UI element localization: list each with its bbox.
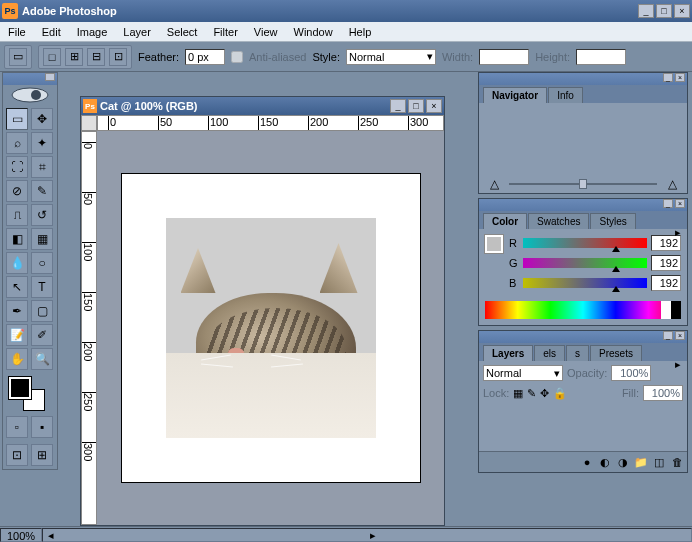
tab-presets[interactable]: Presets <box>590 345 642 361</box>
pen-tool[interactable]: ✒ <box>6 300 28 322</box>
foreground-color[interactable] <box>9 377 31 399</box>
tab-swatches[interactable]: Swatches <box>528 213 589 229</box>
r-slider[interactable] <box>523 238 647 248</box>
dodge-tool[interactable]: ○ <box>31 252 53 274</box>
menu-image[interactable]: Image <box>69 24 116 40</box>
zoom-out-icon[interactable]: △ <box>487 177 501 191</box>
layer-folder-icon[interactable]: 📁 <box>633 454 649 470</box>
blur-tool[interactable]: 💧 <box>6 252 28 274</box>
doc-minimize-button[interactable]: _ <box>390 99 406 113</box>
layer-trash-icon[interactable]: 🗑 <box>669 454 685 470</box>
color-swatches[interactable] <box>3 373 57 413</box>
g-slider[interactable] <box>523 258 647 268</box>
opacity-input[interactable]: 100% <box>611 365 651 381</box>
notes-tool[interactable]: 📝 <box>6 324 28 346</box>
b-input[interactable] <box>651 275 681 291</box>
screenmode-standard[interactable]: ⊡ <box>6 444 28 466</box>
doc-maximize-button[interactable]: □ <box>408 99 424 113</box>
layers-minimize-icon[interactable]: _ <box>663 331 673 340</box>
zoom-tool[interactable]: 🔍 <box>31 348 53 370</box>
layer-adjust-icon[interactable]: ◑ <box>615 454 631 470</box>
selection-add-icon[interactable]: ⊞ <box>65 48 83 66</box>
color-spectrum[interactable] <box>485 301 681 319</box>
tab-navigator[interactable]: Navigator <box>483 87 547 103</box>
zoom-display[interactable]: 100% <box>0 528 42 542</box>
lasso-tool[interactable]: ⌕ <box>6 132 28 154</box>
antialiased-checkbox[interactable] <box>231 51 243 63</box>
ruler-corner[interactable] <box>81 115 97 131</box>
scroll-right-icon[interactable]: ▸ <box>367 529 379 541</box>
healing-tool[interactable]: ⊘ <box>6 180 28 202</box>
hand-tool[interactable]: ✋ <box>6 348 28 370</box>
ruler-vertical[interactable]: 0 50 100 150 200 250 300 <box>81 131 97 525</box>
type-tool[interactable]: T <box>31 276 53 298</box>
color-minimize-icon[interactable]: _ <box>663 199 673 208</box>
marquee-tool[interactable]: ▭ <box>6 108 28 130</box>
color-menu-icon[interactable]: ▸ <box>671 225 685 239</box>
selection-subtract-icon[interactable]: ⊟ <box>87 48 105 66</box>
tab-info[interactable]: Info <box>548 87 583 103</box>
layer-style-icon[interactable]: ● <box>579 454 595 470</box>
blend-mode-select[interactable]: Normal▾ <box>483 365 563 381</box>
lock-move-icon[interactable]: ✥ <box>540 387 549 400</box>
menu-help[interactable]: Help <box>341 24 380 40</box>
tab-styles[interactable]: Styles <box>590 213 635 229</box>
lock-all-icon[interactable]: 🔒 <box>553 387 567 400</box>
g-input[interactable] <box>651 255 681 271</box>
tab-layers[interactable]: Layers <box>483 345 533 361</box>
selection-intersect-icon[interactable]: ⊡ <box>109 48 127 66</box>
menu-file[interactable]: File <box>0 24 34 40</box>
gradient-tool[interactable]: ▦ <box>31 228 53 250</box>
toolbox-close-icon[interactable] <box>45 73 55 81</box>
screenmode-full[interactable]: ⊞ <box>31 444 53 466</box>
fill-input[interactable]: 100% <box>643 385 683 401</box>
navigator-minimize-icon[interactable]: _ <box>663 73 673 82</box>
document-titlebar[interactable]: Ps Cat @ 100% (RGB) _ □ × <box>81 97 444 115</box>
wand-tool[interactable]: ✦ <box>31 132 53 154</box>
move-tool[interactable]: ✥ <box>31 108 53 130</box>
tab-paths[interactable]: s <box>566 345 589 361</box>
tab-channels[interactable]: els <box>534 345 565 361</box>
style-select[interactable]: Normal▾ <box>346 49 436 65</box>
path-tool[interactable]: ↖ <box>6 276 28 298</box>
canvas-area[interactable] <box>97 131 444 525</box>
menu-window[interactable]: Window <box>286 24 341 40</box>
slice-tool[interactable]: ⌗ <box>31 156 53 178</box>
scroll-left-icon[interactable]: ◂ <box>45 529 57 541</box>
b-slider[interactable] <box>523 278 647 288</box>
brush-tool[interactable]: ✎ <box>31 180 53 202</box>
layer-mask-icon[interactable]: ◐ <box>597 454 613 470</box>
layers-menu-icon[interactable]: ▸ <box>671 357 685 371</box>
layer-new-icon[interactable]: ◫ <box>651 454 667 470</box>
shape-tool[interactable]: ▢ <box>31 300 53 322</box>
zoom-in-icon[interactable]: △ <box>665 177 679 191</box>
menu-layer[interactable]: Layer <box>115 24 159 40</box>
lock-paint-icon[interactable]: ✎ <box>527 387 536 400</box>
layers-close-icon[interactable]: × <box>675 331 685 340</box>
tab-color[interactable]: Color <box>483 213 527 229</box>
minimize-button[interactable]: _ <box>638 4 654 18</box>
color-fg-swatch[interactable] <box>485 235 503 253</box>
lock-transparency-icon[interactable]: ▦ <box>513 387 523 400</box>
maximize-button[interactable]: □ <box>656 4 672 18</box>
eraser-tool[interactable]: ◧ <box>6 228 28 250</box>
stamp-tool[interactable]: ⎍ <box>6 204 28 226</box>
status-scroll[interactable]: ◂ ▸ <box>42 528 692 542</box>
history-brush-tool[interactable]: ↺ <box>31 204 53 226</box>
menu-edit[interactable]: Edit <box>34 24 69 40</box>
menu-select[interactable]: Select <box>159 24 206 40</box>
marquee-tool-icon[interactable]: ▭ <box>9 48 27 66</box>
close-button[interactable]: × <box>674 4 690 18</box>
zoom-slider[interactable] <box>509 179 657 189</box>
ruler-horizontal[interactable]: 0 50 100 150 200 250 300 <box>97 115 444 131</box>
quickmask-on[interactable]: ▪ <box>31 416 53 438</box>
quickmask-off[interactable]: ▫ <box>6 416 28 438</box>
menu-filter[interactable]: Filter <box>205 24 245 40</box>
menu-view[interactable]: View <box>246 24 286 40</box>
canvas[interactable] <box>121 173 421 483</box>
navigator-close-icon[interactable]: × <box>675 73 685 82</box>
crop-tool[interactable]: ⛶ <box>6 156 28 178</box>
feather-input[interactable] <box>185 49 225 65</box>
eyedropper-tool[interactable]: ✐ <box>31 324 53 346</box>
doc-close-button[interactable]: × <box>426 99 442 113</box>
